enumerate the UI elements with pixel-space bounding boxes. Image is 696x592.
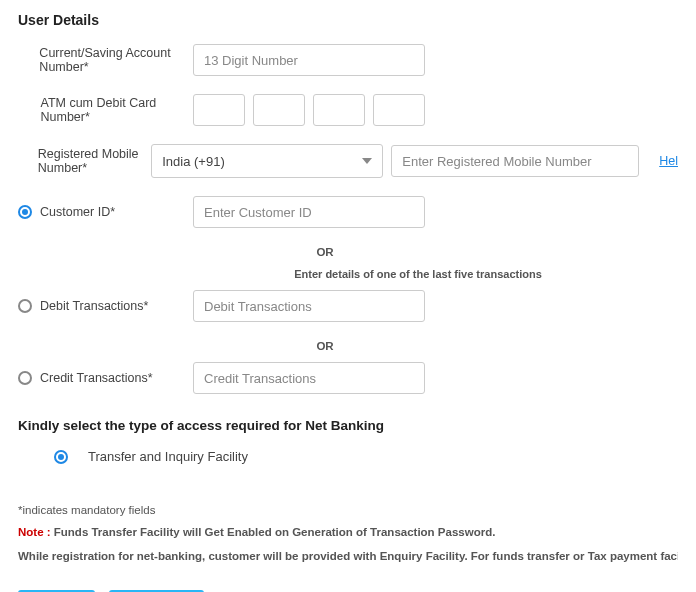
customer-input[interactable] xyxy=(193,196,425,228)
radio-debit[interactable] xyxy=(18,299,32,313)
mobile-label: Registered Mobile Number* xyxy=(18,147,151,175)
row-account: Current/Saving Account Number* xyxy=(18,44,678,76)
radio-credit[interactable] xyxy=(18,371,32,385)
page-title: User Details xyxy=(18,12,678,28)
row-customer: Customer ID* xyxy=(18,196,678,228)
credit-input[interactable] xyxy=(193,362,425,394)
debit-label: Debit Transactions* xyxy=(40,299,148,313)
radio-transfer-inquiry[interactable] xyxy=(54,450,68,464)
chevron-down-icon xyxy=(362,158,372,164)
account-label: Current/Saving Account Number* xyxy=(18,46,193,74)
atm-seg-3[interactable] xyxy=(313,94,365,126)
credit-label: Credit Transactions* xyxy=(40,371,153,385)
row-mobile: Registered Mobile Number* India (+91) He… xyxy=(18,144,678,178)
mandatory-note: *indicates mandatory fields xyxy=(18,504,678,516)
or-divider-2: OR xyxy=(209,340,441,352)
debit-input[interactable] xyxy=(193,290,425,322)
row-access: Transfer and Inquiry Facility xyxy=(18,449,678,464)
row-atm: ATM cum Debit Card Number* xyxy=(18,94,678,126)
country-value: India (+91) xyxy=(162,154,225,169)
transfer-note: Note : Funds Transfer Facility will Get … xyxy=(18,526,678,538)
atm-seg-2[interactable] xyxy=(253,94,305,126)
account-input[interactable] xyxy=(193,44,425,76)
access-option-label: Transfer and Inquiry Facility xyxy=(88,449,248,464)
mobile-input[interactable] xyxy=(391,145,639,177)
or-divider-1: OR xyxy=(209,246,441,258)
info-note: While registration for net-banking, cust… xyxy=(18,550,678,562)
radio-customer-id[interactable] xyxy=(18,205,32,219)
txn-instruction: Enter details of one of the last five tr… xyxy=(158,268,678,280)
atm-seg-1[interactable] xyxy=(193,94,245,126)
help-link[interactable]: Hel xyxy=(659,154,678,168)
atm-label: ATM cum Debit Card Number* xyxy=(18,96,193,124)
row-debit: Debit Transactions* xyxy=(18,290,678,322)
country-select[interactable]: India (+91) xyxy=(151,144,383,178)
note-label: Note : xyxy=(18,526,51,538)
atm-seg-4[interactable] xyxy=(373,94,425,126)
row-credit: Credit Transactions* xyxy=(18,362,678,394)
access-title: Kindly select the type of access require… xyxy=(18,418,678,433)
customer-label: Customer ID* xyxy=(40,205,115,219)
